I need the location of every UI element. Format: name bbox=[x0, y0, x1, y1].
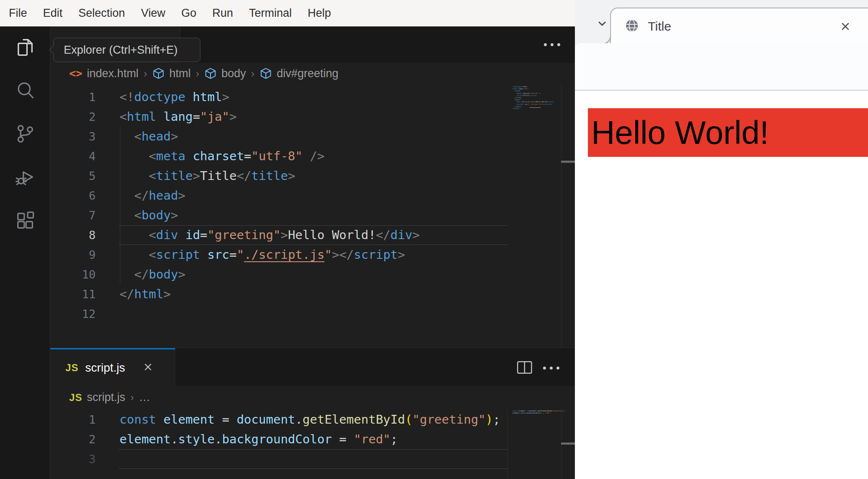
tab-label: script.js bbox=[85, 361, 125, 375]
activity-run-debug-button[interactable] bbox=[13, 166, 37, 190]
line-number: 9 bbox=[50, 245, 96, 265]
screen: FileEditSelectionViewGoRunTerminalHelp bbox=[0, 0, 868, 479]
line-number: 11 bbox=[50, 284, 96, 304]
activity-extensions-button[interactable] bbox=[13, 209, 37, 233]
symbol-cube-icon bbox=[152, 67, 165, 80]
code-line-7[interactable]: 7 <body> bbox=[50, 206, 575, 225]
line-number: 2 bbox=[50, 430, 96, 449]
tab-title: Title bbox=[648, 19, 671, 34]
tooltip-text: Explorer (Ctrl+Shift+E) bbox=[64, 44, 178, 57]
split-editor-button[interactable] bbox=[517, 361, 532, 376]
tab-list-chevron-button[interactable] bbox=[594, 16, 610, 31]
vscode-window: FileEditSelectionViewGoRunTerminalHelp bbox=[0, 0, 575, 479]
code-text: element.style.backgroundColor = "red"; bbox=[120, 430, 398, 449]
line-number: 6 bbox=[50, 186, 96, 206]
menu-item-view[interactable]: View bbox=[133, 0, 173, 26]
code-line-12[interactable]: 12 bbox=[50, 304, 575, 324]
editor-tabbar-bottom: JS script.js bbox=[50, 348, 575, 386]
scrollbar-top-editor[interactable] bbox=[561, 84, 575, 348]
line-number: 1 bbox=[50, 87, 96, 107]
browser-tab[interactable]: Title bbox=[610, 8, 868, 44]
minimap-line: </html> bbox=[512, 107, 554, 109]
line-number: 7 bbox=[50, 206, 96, 225]
html-editor[interactable]: 1<!doctype html>2<html lang="ja">3 <head… bbox=[50, 84, 575, 348]
js-file-icon: JS bbox=[65, 362, 78, 374]
minimap-line: element.style.backgroundColor = "red"; bbox=[512, 412, 565, 414]
line-number: 8 bbox=[50, 225, 96, 245]
breadcrumb-separator: › bbox=[143, 68, 147, 80]
line-number: 4 bbox=[50, 146, 96, 166]
editor-actions-more-button-top[interactable] bbox=[544, 43, 560, 46]
line-number: 5 bbox=[50, 166, 96, 186]
line-number: 2 bbox=[50, 107, 96, 127]
browser-page: Hello World! bbox=[575, 91, 868, 479]
code-text: const element = document.getElementById(… bbox=[120, 410, 500, 430]
code-text: <script src="./script.js"></script> bbox=[120, 245, 405, 265]
code-line-3[interactable]: 3 bbox=[50, 449, 575, 469]
code-line-3[interactable]: 3 <head> bbox=[50, 127, 575, 146]
code-line-2[interactable]: 2<html lang="ja"> bbox=[50, 107, 575, 127]
code-line-11[interactable]: 11</html> bbox=[50, 284, 575, 304]
code-line-1[interactable]: 1const element = document.getElementById… bbox=[50, 410, 575, 430]
menu-item-terminal[interactable]: Terminal bbox=[241, 0, 300, 26]
code-text: <meta charset="utf-8" /> bbox=[120, 146, 325, 166]
search-icon bbox=[14, 80, 36, 103]
activity-explorer-button[interactable] bbox=[13, 36, 37, 60]
code-line-4[interactable]: 4 <meta charset="utf-8" /> bbox=[50, 146, 575, 166]
menu-item-run[interactable]: Run bbox=[204, 0, 241, 26]
breadcrumb-separator: › bbox=[251, 68, 255, 80]
menu-item-go[interactable]: Go bbox=[173, 0, 204, 26]
line-number: 3 bbox=[50, 449, 96, 469]
breadcrumb-js: JSscript.js›… bbox=[50, 386, 575, 409]
activity-bar bbox=[0, 26, 50, 479]
line-number: 1 bbox=[50, 410, 96, 430]
minimap-border bbox=[507, 409, 508, 479]
code-line-8[interactable]: 8 <div id="greeting">Hello World!</div> bbox=[50, 225, 575, 245]
minimap-js[interactable]: const element = document.getElementById(… bbox=[512, 410, 565, 414]
breadcrumb-separator: › bbox=[195, 68, 200, 80]
code-line-1[interactable]: 1<!doctype html> bbox=[50, 87, 575, 107]
line-number: 3 bbox=[50, 127, 96, 146]
editor-actions-more-button-bottom[interactable] bbox=[543, 367, 559, 370]
js-editor[interactable]: 1const element = document.getElementById… bbox=[50, 409, 575, 479]
hello-world-div: Hello World! bbox=[588, 108, 868, 157]
browser-window: Title ファイル /home/u Hello World! bbox=[575, 0, 868, 479]
code-text: <head> bbox=[120, 127, 178, 146]
tab-close-button[interactable] bbox=[143, 362, 153, 374]
code-line-6[interactable]: 6 </head> bbox=[50, 186, 575, 206]
breadcrumb-item[interactable]: script.js bbox=[87, 391, 125, 404]
code-text: </html> bbox=[120, 284, 171, 304]
explorer-tooltip: Explorer (Ctrl+Shift+E) bbox=[53, 38, 200, 62]
breadcrumb-separator: › bbox=[130, 391, 134, 404]
breadcrumb-item[interactable]: html bbox=[169, 67, 191, 80]
code-text: <html lang="ja"> bbox=[120, 107, 236, 127]
overview-ruler-marker bbox=[561, 443, 575, 445]
breadcrumb-item[interactable]: index.html bbox=[87, 67, 138, 80]
activity-search-button[interactable] bbox=[13, 80, 37, 103]
breadcrumb-item[interactable]: div#greeting bbox=[277, 67, 338, 80]
code-text: <div id="greeting">Hello World!</div> bbox=[120, 225, 420, 245]
code-line-9[interactable]: 9 <script src="./script.js"></script> bbox=[50, 245, 575, 265]
js-file-icon: JS bbox=[69, 392, 82, 404]
code-line-10[interactable]: 10 </body> bbox=[50, 265, 575, 284]
menu-item-edit[interactable]: Edit bbox=[35, 0, 71, 26]
browser-toolbar: ファイル /home/u bbox=[575, 43, 868, 91]
menu-item-file[interactable]: File bbox=[1, 0, 35, 26]
code-text: </body> bbox=[120, 265, 185, 284]
breadcrumb-item[interactable]: … bbox=[139, 391, 150, 404]
tab-script-js[interactable]: JS script.js bbox=[50, 348, 175, 386]
code-line-2[interactable]: 2element.style.backgroundColor = "red"; bbox=[50, 430, 575, 449]
debug-play-icon bbox=[14, 166, 36, 190]
code-text: <title>Title</title> bbox=[120, 166, 295, 186]
minimap-html[interactable]: <!doctype html><html lang="ja"> <head> <… bbox=[512, 86, 554, 109]
code-line-5[interactable]: 5 <title>Title</title> bbox=[50, 166, 575, 186]
menu-item-selection[interactable]: Selection bbox=[70, 0, 133, 26]
line-number: 10 bbox=[50, 265, 96, 284]
tab-close-button[interactable] bbox=[839, 20, 852, 33]
symbol-cube-icon bbox=[260, 67, 272, 80]
breadcrumb-item[interactable]: body bbox=[221, 67, 246, 80]
git-branch-icon bbox=[14, 123, 36, 146]
overview-ruler-marker bbox=[561, 161, 575, 163]
menu-item-help[interactable]: Help bbox=[300, 0, 339, 26]
activity-source-control-button[interactable] bbox=[13, 123, 37, 146]
